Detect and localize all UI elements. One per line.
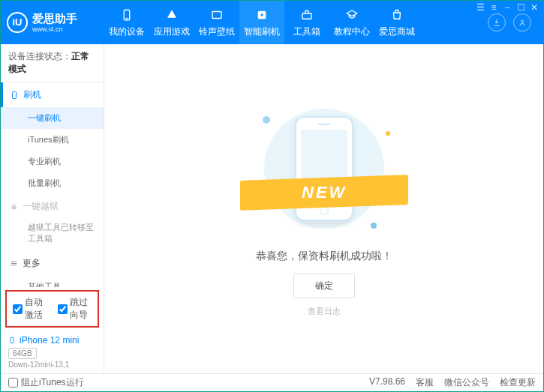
checkbox-label: 跳过向导: [70, 296, 92, 322]
section-more[interactable]: 更多: [1, 251, 104, 276]
header-right: [488, 13, 537, 31]
win-max-icon[interactable]: ☐: [515, 2, 527, 13]
nav-smart-flash[interactable]: 智能刷机: [239, 1, 284, 44]
checkbox-input[interactable]: [58, 304, 68, 314]
new-ribbon: NEW: [240, 175, 408, 211]
flash-icon: [254, 7, 269, 22]
checkbox-input[interactable]: [13, 304, 23, 314]
nav-ringtones[interactable]: 铃声壁纸: [194, 1, 239, 44]
nav-label: 教程中心: [334, 25, 370, 38]
tutorial-icon: [344, 7, 359, 22]
main-content: NEW 恭喜您，保资料刷机成功啦！ 确定 查看日志: [104, 44, 543, 373]
wechat-link[interactable]: 微信公众号: [444, 376, 489, 389]
win-menu-icon[interactable]: ≡: [488, 2, 500, 13]
nav-tutorials[interactable]: 教程中心: [329, 1, 374, 44]
jailbreak-note: 越狱工具已转移至工具箱: [1, 219, 104, 251]
user-button[interactable]: [513, 13, 531, 31]
logo-icon: iU: [7, 12, 28, 33]
toolbox-icon: [299, 7, 314, 22]
nav-label: 我的设备: [109, 25, 145, 38]
window-controls: ☰ ≡ − ☐ ✕: [471, 1, 543, 14]
view-log-link[interactable]: 查看日志: [308, 306, 341, 317]
connection-status: 设备连接状态：正常模式: [1, 44, 104, 82]
checkbox-label: 自动激活: [25, 296, 47, 322]
win-settings-icon[interactable]: ☰: [474, 2, 486, 13]
block-itunes-label: 阻止iTunes运行: [21, 376, 84, 389]
app-name: 爱思助手: [32, 12, 77, 25]
nav-label: 应用游戏: [154, 25, 190, 38]
device-icon: [8, 335, 16, 346]
ribbon-text: NEW: [301, 183, 346, 202]
wallpaper-icon: [209, 7, 224, 22]
nav-apps[interactable]: 应用游戏: [149, 1, 194, 44]
sidebar: 设备连接状态：正常模式 刷机 一键刷机 iTunes刷机 专业刷机 批量刷机 一…: [1, 44, 104, 373]
download-button[interactable]: [488, 13, 506, 31]
app-url: www.i4.cn: [32, 25, 77, 34]
section-jailbreak: 一键越狱: [1, 194, 104, 219]
sidebar-item-oneclick-flash[interactable]: 一键刷机: [1, 107, 104, 129]
svg-rect-11: [11, 337, 14, 343]
check-update-link[interactable]: 检查更新: [500, 376, 536, 389]
nav-label: 爱思商城: [379, 25, 415, 38]
lock-icon: [10, 202, 18, 211]
version-label: V7.98.66: [369, 376, 405, 389]
success-message: 恭喜您，保资料刷机成功啦！: [256, 250, 392, 263]
apps-icon: [164, 7, 179, 22]
section-title: 刷机: [23, 88, 41, 101]
svg-rect-7: [12, 206, 17, 209]
svg-rect-6: [13, 91, 17, 98]
main-nav: 我的设备 应用游戏 铃声壁纸 智能刷机 工具箱 教程中心: [104, 1, 488, 44]
checkbox-skip-setup[interactable]: 跳过向导: [58, 296, 92, 322]
nav-store[interactable]: 爱思商城: [374, 1, 419, 44]
sidebar-item-batch-flash[interactable]: 批量刷机: [1, 172, 104, 194]
win-min-icon[interactable]: −: [501, 2, 513, 13]
section-title: 一键越狱: [23, 200, 59, 213]
svg-rect-4: [302, 13, 311, 19]
storage-badge: 64GB: [8, 348, 37, 359]
options-row: 自动激活 跳过向导: [5, 290, 99, 328]
success-illustration: NEW: [257, 101, 392, 236]
win-close-icon[interactable]: ✕: [528, 2, 540, 13]
svg-point-5: [521, 20, 524, 22]
menu-icon: [10, 259, 18, 268]
device-icon: [119, 7, 134, 22]
device-name: iPhone 12 mini: [20, 335, 79, 346]
block-itunes-checkbox[interactable]: [8, 378, 18, 388]
header: iU 爱思助手 www.i4.cn 我的设备 应用游戏 铃声壁纸 智能刷机: [1, 1, 543, 44]
section-flash[interactable]: 刷机: [1, 82, 104, 107]
store-icon: [389, 7, 404, 22]
svg-rect-2: [212, 11, 221, 18]
customer-service-link[interactable]: 客服: [416, 376, 434, 389]
sidebar-item-pro-flash[interactable]: 专业刷机: [1, 151, 104, 172]
nav-my-device[interactable]: 我的设备: [104, 1, 149, 44]
confirm-button[interactable]: 确定: [293, 274, 355, 298]
nav-label: 铃声壁纸: [199, 25, 235, 38]
sidebar-item-other-tools[interactable]: 其他工具: [1, 276, 104, 287]
nav-label: 智能刷机: [244, 25, 280, 38]
status-label: 设备连接状态：: [8, 51, 71, 61]
device-model: Down-12mini-13,1: [8, 361, 96, 369]
phone-icon: [10, 91, 19, 100]
footer: 阻止iTunes运行 V7.98.66 客服 微信公众号 检查更新: [1, 373, 543, 391]
app-logo: iU 爱思助手 www.i4.cn: [7, 12, 104, 34]
nav-label: 工具箱: [293, 25, 320, 38]
checkbox-auto-activate[interactable]: 自动激活: [13, 296, 47, 322]
device-info[interactable]: iPhone 12 mini 64GB Down-12mini-13,1: [1, 331, 104, 373]
section-title: 更多: [23, 257, 41, 270]
nav-toolbox[interactable]: 工具箱: [284, 1, 329, 44]
sidebar-item-itunes-flash[interactable]: iTunes刷机: [1, 129, 104, 151]
